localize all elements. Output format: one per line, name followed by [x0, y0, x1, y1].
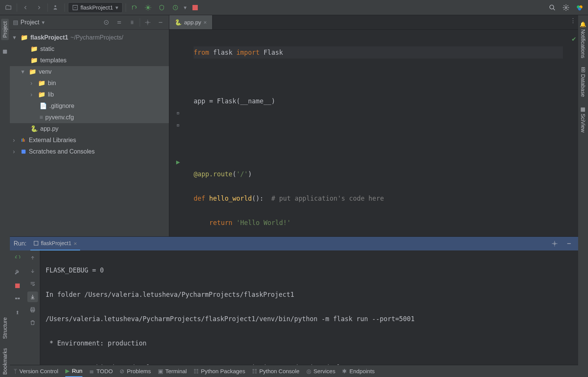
bottom-version-control[interactable]: ᛘVersion Control [14, 368, 58, 374]
fold-end-icon[interactable]: ⊟ [177, 119, 180, 131]
database-tool-tab[interactable]: 🗄 Database [579, 65, 587, 99]
hide-panel-icon[interactable] [155, 17, 166, 28]
open-folder-icon[interactable] [3, 2, 14, 13]
project-view-icon: ▤ [13, 19, 18, 26]
fold-icon[interactable]: ⊟ [177, 107, 180, 119]
bottom-endpoints[interactable]: ✱Endpoints [342, 368, 375, 375]
tree-item-static[interactable]: 📁static [10, 43, 169, 55]
close-tab-icon[interactable]: × [203, 19, 207, 25]
bottom-terminal[interactable]: ▣Terminal [158, 368, 187, 375]
run-label: Run: [14, 240, 27, 247]
trash-icon[interactable] [27, 317, 38, 328]
chevron-down-icon: ▾ [115, 4, 118, 11]
tree-item-app-py[interactable]: 🐍app.py [10, 123, 169, 135]
rerun-icon[interactable] [12, 253, 23, 264]
run-settings-icon[interactable] [549, 238, 560, 249]
editor-panel: 🐍 app.py × ⋮ ⊟ ⊟ ▶ [169, 15, 578, 236]
expand-all-icon[interactable] [114, 17, 125, 28]
run-tab-label: flaskProject1 [41, 240, 71, 246]
locate-icon[interactable] [101, 17, 112, 28]
layout-icon[interactable] [12, 294, 23, 305]
svg-rect-3 [192, 5, 198, 10]
editor-code[interactable]: from flask import Flask app = Flask(__na… [187, 30, 570, 236]
tree-item-ext-libs[interactable]: › External Libraries [10, 135, 169, 146]
run-tab[interactable]: flaskProject1 × [30, 237, 80, 250]
run-tools-primary [10, 250, 25, 365]
panel-gear-icon[interactable] [142, 17, 153, 28]
main-toolbar: flaskProject1 ▾ ▾ [0, 0, 588, 15]
run-gutter-icon[interactable]: ▶ [176, 156, 180, 168]
bookmarks-tool-tab[interactable]: Bookmarks [1, 346, 9, 377]
right-tool-gutter: 🔔 Notifications 🗄 Database ▦ SciView [578, 15, 588, 377]
inspection-ok-icon[interactable]: ✔ [570, 33, 578, 45]
back-arrow-icon[interactable] [20, 2, 31, 13]
run-icon[interactable] [129, 2, 140, 13]
stop-icon[interactable] [190, 2, 200, 13]
pin-icon[interactable] [12, 307, 23, 319]
project-tree: ▾ 📁 flaskProject1 ~/PycharmProjects/ 📁st… [10, 30, 169, 160]
bottom-python-console[interactable]: ☷Python Console [252, 368, 300, 375]
tree-root[interactable]: ▾ 📁 flaskProject1 ~/PycharmProjects/ [10, 32, 169, 43]
bottom-todo[interactable]: ≣TODO [89, 368, 113, 375]
tree-item-pyvenv[interactable]: ≡pyvenv.cfg [10, 112, 169, 123]
bottom-services[interactable]: ◎Services [306, 368, 336, 375]
search-icon[interactable] [547, 2, 558, 13]
tree-item-venv[interactable]: ▾📁venv [10, 66, 169, 78]
svg-point-0 [55, 5, 57, 7]
coverage-icon[interactable] [156, 2, 167, 13]
soft-wrap-icon[interactable] [27, 279, 38, 289]
structure-tool-tab[interactable]: Structure [1, 315, 9, 341]
main-area: Project Structure Bookmarks ▤ Project ▾ [0, 15, 588, 377]
tree-item-gitignore[interactable]: 📄.gitignore [10, 100, 169, 112]
vcs-user-icon[interactable] [51, 2, 61, 13]
sciview-tool-tab[interactable]: ▦ SciView [579, 104, 587, 135]
run-config-selector[interactable]: flaskProject1 ▾ [68, 2, 123, 13]
settings-gear-icon[interactable] [561, 2, 571, 13]
chevron-down-icon[interactable]: ▾ [42, 19, 45, 26]
more-run-options-icon[interactable]: ▾ [184, 4, 187, 11]
commit-tool-icon[interactable] [0, 46, 10, 57]
product-logo-icon[interactable] [574, 2, 585, 13]
left-tool-gutter: Project Structure Bookmarks [0, 15, 10, 377]
editor-more-icon[interactable]: ⋮ [568, 15, 578, 26]
editor-body[interactable]: ⊟ ⊟ ▶ from flask import Flask app = Flas… [169, 30, 578, 236]
terminal-icon: ▣ [158, 368, 163, 375]
down-arrow-icon[interactable] [27, 266, 38, 276]
tree-item-templates[interactable]: 📁templates [10, 55, 169, 66]
svg-rect-15 [24, 139, 25, 142]
scroll-to-end-icon[interactable] [27, 291, 38, 302]
services-icon: ◎ [306, 368, 311, 375]
svg-point-12 [147, 22, 148, 23]
console-output[interactable]: FLASK_DEBUG = 0 In folder /Users/valeria… [40, 250, 578, 365]
project-tool-tab[interactable]: Project [1, 19, 9, 40]
print-icon[interactable] [27, 304, 38, 315]
grid-icon: ▦ [580, 106, 586, 112]
bottom-python-packages[interactable]: ☷Python Packages [194, 368, 245, 375]
stop-run-icon[interactable] [12, 280, 23, 291]
close-run-tab-icon[interactable]: × [74, 240, 77, 247]
bottom-run[interactable]: ▶Run [65, 365, 83, 377]
divider [47, 3, 48, 12]
run-config-label: flaskProject1 [80, 4, 113, 11]
tree-item-lib[interactable]: ›📁lib [10, 89, 169, 100]
profile-icon[interactable] [170, 2, 181, 13]
editor-tab-app[interactable]: 🐍 app.py × [169, 15, 213, 29]
wrench-icon[interactable] [12, 266, 23, 278]
project-panel-title: Project [20, 19, 39, 26]
endpoints-icon: ✱ [342, 368, 347, 375]
svg-rect-20 [15, 298, 17, 299]
svg-point-5 [565, 6, 567, 8]
tree-item-scratches[interactable]: › Scratches and Consoles [10, 146, 169, 157]
up-arrow-icon[interactable] [27, 253, 38, 263]
editor-tab-label: app.py [184, 19, 201, 25]
notifications-tool-tab[interactable]: 🔔 Notifications [579, 19, 587, 60]
list-icon: ≣ [89, 368, 94, 375]
debug-icon[interactable] [143, 2, 153, 13]
hide-run-icon[interactable] [564, 238, 574, 249]
forward-arrow-icon[interactable] [34, 2, 44, 13]
python-icon: 🐍 [175, 19, 182, 26]
tree-item-bin[interactable]: ›📁bin [10, 78, 169, 89]
collapse-all-icon[interactable] [127, 17, 137, 28]
editor-gutter: ⊟ ⊟ ▶ [169, 30, 187, 236]
bottom-problems[interactable]: ⊘Problems [120, 368, 151, 375]
